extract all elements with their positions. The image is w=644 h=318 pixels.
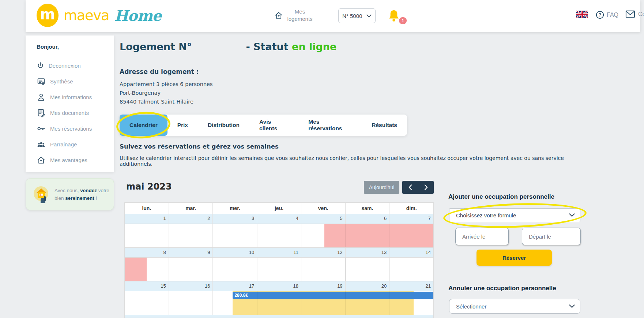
date-number-cell: 14 bbox=[389, 248, 433, 257]
svg-text:?: ? bbox=[599, 12, 602, 18]
sidebar-item-deconnexion[interactable]: Déconnexion bbox=[37, 58, 114, 74]
calendar-nav bbox=[402, 181, 434, 194]
week-body-row bbox=[125, 258, 433, 281]
tabbar: Calendrier Prix Distribution Avis client… bbox=[120, 115, 407, 136]
language-flag-uk[interactable] bbox=[576, 11, 588, 18]
cancel-occupation-select[interactable]: Sélectionner bbox=[449, 299, 580, 314]
sidebar: Bonjour, Déconnexion Synthèse bbox=[26, 35, 114, 172]
day-cell[interactable] bbox=[257, 224, 301, 247]
people-group-icon bbox=[37, 140, 46, 149]
tab-resultats[interactable]: Résultats bbox=[362, 115, 407, 136]
day-cell[interactable] bbox=[125, 291, 169, 315]
day-cell[interactable] bbox=[212, 224, 257, 247]
departure-date-input[interactable] bbox=[522, 228, 581, 245]
day-cell[interactable] bbox=[345, 258, 389, 281]
key-icon bbox=[37, 124, 46, 133]
week-date-strip: 891011121314 bbox=[125, 247, 433, 258]
date-number-cell: 16 bbox=[169, 281, 213, 291]
day-cell[interactable] bbox=[169, 258, 213, 281]
date-number-cell: 4 bbox=[257, 214, 301, 224]
document-pencil-icon bbox=[37, 108, 46, 117]
reservation-price-bar[interactable]: 280.8€ bbox=[233, 292, 433, 299]
day-cell[interactable] bbox=[212, 258, 257, 281]
date-number-cell: 10 bbox=[212, 248, 257, 257]
house-heart-icon bbox=[37, 156, 46, 165]
day-cell[interactable] bbox=[301, 258, 345, 281]
tab-prix[interactable]: Prix bbox=[167, 115, 198, 136]
day-cell[interactable] bbox=[257, 258, 301, 281]
booked-event[interactable] bbox=[324, 224, 433, 247]
date-number-cell: 13 bbox=[345, 248, 389, 257]
chevron-down-icon bbox=[366, 14, 372, 18]
sidebar-item-parrainage[interactable]: Parrainage bbox=[37, 136, 114, 152]
tab-distribution[interactable]: Distribution bbox=[198, 115, 249, 136]
date-number-cell: 2 bbox=[169, 214, 213, 224]
sidebar-item-mes-documents[interactable]: Mes documents bbox=[37, 105, 114, 121]
day-header-cell: sam. bbox=[345, 203, 389, 214]
week-date-strip: 15161718192021 bbox=[125, 281, 433, 291]
date-number-cell: 7 bbox=[389, 214, 433, 224]
sidebar-item-mes-avantages[interactable]: Mes avantages bbox=[37, 152, 114, 168]
sidebar-item-label: Mes réservations bbox=[50, 126, 92, 132]
day-header-cell: lun. bbox=[125, 203, 169, 214]
day-header-cell: mar. bbox=[169, 203, 213, 214]
cancel-select-value: Sélectionner bbox=[456, 303, 486, 310]
logement-number-select[interactable]: N° 5000 bbox=[338, 8, 376, 23]
date-number-cell: 19 bbox=[301, 281, 345, 291]
week-date-strip bbox=[125, 315, 433, 318]
status-label: - Statut bbox=[246, 41, 292, 52]
promo-card-vendez[interactable]: Avec nous, vendez votre bien sereinement… bbox=[26, 178, 114, 210]
notifications-button[interactable]: 1 bbox=[387, 9, 404, 25]
tab-calendrier[interactable]: Calendrier bbox=[120, 115, 167, 136]
calendar-grid: lun.mar.mer.jeu.ven.sam.dim.123456789101… bbox=[124, 202, 434, 318]
date-number-cell: 17 bbox=[212, 281, 257, 291]
sidebar-item-label: Parrainage bbox=[50, 141, 77, 147]
date-number-cell: 18 bbox=[257, 281, 301, 291]
chevron-down-icon bbox=[569, 213, 575, 217]
contact-label: Contact bbox=[638, 11, 644, 18]
sidebar-item-mes-informations[interactable]: Mes informations bbox=[37, 89, 114, 105]
tab-avis-clients[interactable]: Avis clients bbox=[249, 115, 298, 136]
day-cell[interactable] bbox=[169, 224, 213, 247]
day-cell[interactable] bbox=[125, 224, 169, 247]
arrival-date-input[interactable] bbox=[455, 228, 509, 245]
house-in-hand-icon bbox=[32, 184, 51, 205]
booked-event[interactable] bbox=[125, 258, 147, 281]
date-number-cell: 1 bbox=[125, 214, 169, 224]
day-header-cell: dim. bbox=[389, 203, 433, 214]
page: m maeva Home Mes logements N° 5000 bbox=[0, 0, 644, 318]
sidebar-item-synthese[interactable]: Synthèse bbox=[37, 74, 114, 89]
day-header-cell: ven. bbox=[301, 203, 345, 214]
week-body-row bbox=[125, 224, 433, 247]
date-number-cell: 11 bbox=[257, 248, 301, 257]
app-header: m maeva Home Mes logements N° 5000 bbox=[26, 0, 640, 32]
date-number-cell: 21 bbox=[389, 281, 433, 291]
question-circle-icon: ? bbox=[595, 10, 605, 19]
date-number-cell: 9 bbox=[169, 248, 213, 257]
cancel-occupation-title: Annuler une occupation personnelle bbox=[448, 285, 556, 292]
day-header-cell: mer. bbox=[212, 203, 257, 214]
brand-logo[interactable]: m maeva Home bbox=[37, 4, 161, 27]
mes-logements-label: Mes logements bbox=[285, 8, 315, 23]
mes-logements-link[interactable]: Mes logements bbox=[274, 8, 315, 23]
day-cell[interactable] bbox=[169, 291, 213, 315]
next-month-button[interactable] bbox=[418, 181, 434, 194]
faq-link[interactable]: ? FAQ bbox=[595, 10, 618, 19]
faq-label: FAQ bbox=[607, 12, 618, 18]
add-occupation-title: Ajouter une occupation personnelle bbox=[448, 193, 554, 201]
contact-link[interactable]: Contact bbox=[625, 10, 644, 18]
address-line: Appartement 3 pièces 6 personnes bbox=[120, 80, 213, 89]
date-number-cell: 6 bbox=[345, 214, 389, 224]
tab-mes-reservations[interactable]: Mes réservations bbox=[298, 115, 362, 136]
sidebar-item-label: Déconnexion bbox=[49, 63, 81, 69]
formula-select[interactable]: Choisissez votre formule bbox=[449, 208, 580, 222]
date-number-cell: 20 bbox=[345, 281, 389, 291]
reserve-button[interactable]: Réserver bbox=[477, 250, 552, 266]
logement-number-value: N° 5000 bbox=[342, 13, 365, 19]
week-body-row: 280.8€ bbox=[125, 291, 433, 315]
sidebar-item-label: Mes informations bbox=[50, 94, 92, 100]
today-button[interactable]: Aujourd'hui bbox=[364, 181, 399, 194]
sidebar-item-mes-reservations[interactable]: Mes réservations bbox=[37, 121, 114, 136]
prev-month-button[interactable] bbox=[402, 181, 418, 194]
day-cell[interactable] bbox=[389, 258, 433, 281]
